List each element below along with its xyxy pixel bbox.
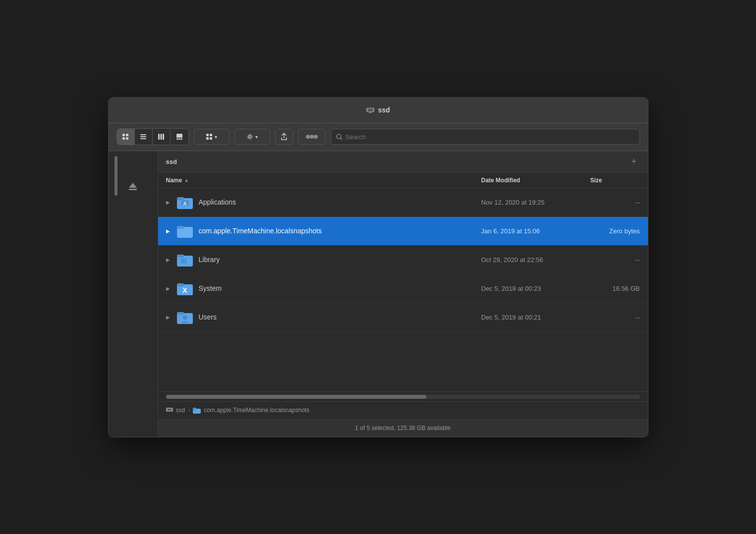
horizontal-scrollbar[interactable]	[158, 391, 648, 401]
svg-rect-14	[176, 139, 178, 140]
path-bar: ssd +	[158, 151, 648, 173]
sidebar	[109, 151, 158, 437]
gear-icon	[246, 133, 253, 140]
svg-text:A: A	[183, 201, 186, 207]
list-view-btn[interactable]	[135, 129, 153, 145]
breadcrumb-snapshot: com.apple.TimeMachine.localsnapshots	[204, 407, 309, 414]
eject-icon	[127, 181, 138, 192]
svg-rect-20	[210, 137, 212, 140]
date-column-header[interactable]: Date Modified	[481, 177, 590, 184]
file-name: System	[199, 284, 481, 292]
breadcrumb-drive-icon	[166, 407, 173, 413]
column-headers: Name ▲ Date Modified Size	[158, 173, 648, 188]
gallery-view-icon	[176, 133, 183, 140]
file-size: Zero bytes	[590, 227, 640, 235]
eject-button[interactable]	[127, 181, 138, 194]
svg-rect-7	[140, 134, 146, 135]
svg-rect-15	[178, 139, 180, 140]
sidebar-scrollbar	[115, 156, 117, 196]
svg-point-21	[249, 136, 251, 138]
svg-rect-2	[369, 112, 372, 113]
svg-rect-47	[168, 409, 172, 411]
file-date: Nov 12, 2020 at 19:25	[481, 199, 590, 206]
tags-btn[interactable]	[298, 129, 326, 145]
svg-rect-18	[210, 134, 212, 136]
svg-line-26	[341, 138, 342, 140]
titlebar: ssd	[109, 98, 648, 123]
status-bar: 1 of 5 selected, 125.38 GB available	[158, 419, 648, 437]
group-btn[interactable]: ▾	[194, 129, 230, 145]
svg-rect-5	[122, 137, 125, 140]
svg-rect-34	[177, 226, 184, 229]
svg-rect-36	[177, 255, 184, 258]
file-date: Oct 29, 2020 at 22:56	[481, 256, 590, 264]
table-row[interactable]: ▶ com.apple.TimeMachine.localsnapshots J…	[158, 217, 648, 246]
add-tab-button[interactable]: +	[628, 156, 640, 167]
file-name: com.apple.TimeMachine.localsnapshots	[199, 227, 481, 235]
breadcrumb: ssd	[166, 407, 185, 414]
search-bar[interactable]	[331, 129, 640, 145]
action-btn[interactable]: ▾	[234, 129, 270, 145]
file-size: 16.56 GB	[590, 285, 640, 292]
folder-library-icon	[176, 251, 194, 268]
svg-rect-12	[163, 134, 164, 140]
svg-rect-39	[185, 259, 186, 264]
svg-rect-16	[180, 139, 182, 140]
svg-rect-10	[158, 134, 160, 140]
table-row[interactable]: ▶ Library Oct 29, 2020 at 22:56 --	[158, 246, 648, 274]
icon-view-icon	[122, 133, 129, 140]
breadcrumb-ssd[interactable]: ssd	[176, 407, 185, 414]
table-row[interactable]: ▶ A Applications Nov 12, 2020 at 19:25 -…	[158, 188, 648, 217]
name-column-header[interactable]: Name ▲	[166, 177, 481, 184]
svg-rect-44	[177, 312, 184, 315]
file-date: Dec 5, 2019 at 00:23	[481, 285, 590, 292]
svg-rect-49	[193, 408, 196, 410]
gallery-view-btn[interactable]	[171, 129, 188, 145]
svg-point-23	[310, 135, 314, 139]
icon-view-btn[interactable]	[117, 129, 135, 145]
svg-rect-37	[181, 259, 182, 264]
breadcrumb-folder-icon	[193, 407, 201, 414]
view-buttons-group	[116, 128, 189, 145]
expand-arrow[interactable]: ▶	[166, 286, 176, 291]
expand-arrow[interactable]: ▶	[166, 200, 176, 205]
expand-arrow[interactable]: ▶	[166, 257, 176, 263]
svg-rect-4	[126, 134, 128, 136]
scrollbar-thumb	[166, 395, 427, 399]
svg-rect-30	[177, 197, 184, 200]
svg-rect-9	[140, 138, 146, 139]
drive-icon	[366, 106, 375, 114]
status-text: 1 of 5 selected, 125.38 GB available	[355, 425, 451, 431]
share-btn[interactable]	[275, 129, 293, 145]
folder-system-icon: X	[176, 279, 194, 297]
search-input[interactable]	[346, 133, 635, 141]
table-row[interactable]: ▶ Users Dec 5, 2019 at 00:21 --	[158, 303, 648, 332]
breadcrumb-folder: com.apple.TimeMachine.localsnapshots	[193, 407, 309, 414]
column-view-btn[interactable]	[153, 129, 171, 145]
svg-rect-11	[161, 134, 162, 140]
svg-point-45	[183, 316, 187, 320]
svg-rect-6	[126, 137, 128, 140]
group-arrow: ▾	[215, 134, 217, 140]
svg-rect-17	[206, 134, 209, 136]
svg-text:X: X	[182, 286, 187, 294]
size-column-header[interactable]: Size	[590, 177, 640, 184]
column-view-icon	[158, 133, 165, 140]
folder-users-icon	[176, 308, 194, 326]
svg-rect-8	[140, 136, 146, 137]
folder-apps-icon: A	[176, 193, 194, 211]
empty-space	[158, 332, 648, 391]
toolbar: ▾ ▾	[109, 123, 648, 151]
expand-arrow[interactable]: ▶	[166, 228, 176, 234]
file-size: --	[590, 199, 640, 206]
title-text: ssd	[378, 106, 390, 114]
expand-arrow[interactable]: ▶	[166, 315, 176, 320]
svg-point-24	[314, 135, 318, 139]
group-icon	[206, 133, 213, 140]
table-row[interactable]: ▶ X System Dec 5, 2019 at 00:23 16.56 GB	[158, 274, 648, 303]
scrollbar-track	[166, 395, 640, 399]
svg-marker-27	[129, 183, 137, 188]
share-icon	[281, 133, 288, 141]
file-area: ssd + Name ▲ Date Modified Size ▶	[158, 151, 648, 437]
file-name: Library	[199, 256, 481, 264]
